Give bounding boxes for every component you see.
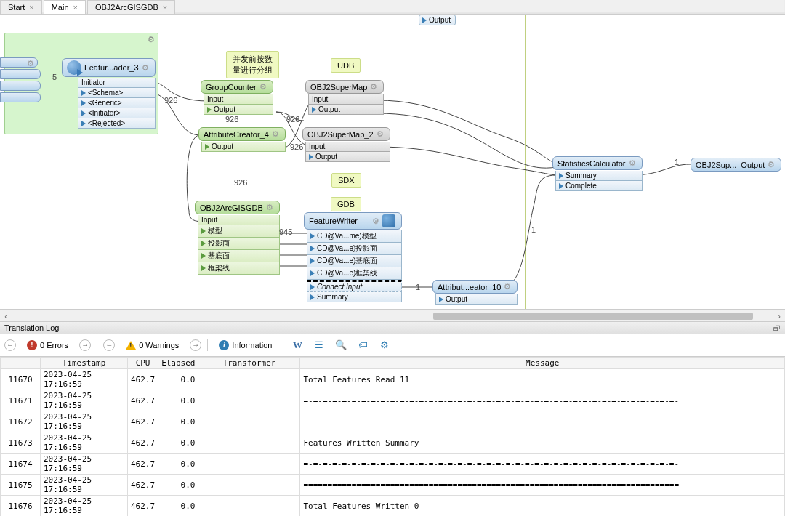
table-row[interactable]: 116702023-04-25 17:16:59462.70.0Total Fe…	[1, 369, 785, 390]
warning-icon	[126, 341, 136, 350]
table-row[interactable]: 116742023-04-25 17:16:59462.70.0=-=-=-=-…	[1, 454, 785, 475]
table-row[interactable]: 116752023-04-25 17:16:59462.70.0========…	[1, 475, 785, 496]
gear-icon[interactable]: ⚙	[504, 282, 511, 291]
feature-count: 926	[164, 96, 177, 105]
log-column-header[interactable]: Transformer	[198, 358, 300, 369]
feature-count: 1	[531, 225, 536, 234]
maximize-icon[interactable]: 🗗	[773, 324, 781, 332]
triangle-icon	[559, 173, 563, 179]
tab-start[interactable]: Start×	[0, 0, 42, 14]
log-column-header[interactable]	[1, 358, 41, 369]
log-table[interactable]: TimestampCPUElapsedTransformerMessage 11…	[0, 357, 785, 516]
triangle-icon	[81, 121, 86, 126]
triangle-icon	[81, 100, 86, 106]
table-row[interactable]: 116732023-04-25 17:16:59462.70.0 Feature…	[1, 432, 785, 454]
feature-count: 1	[416, 283, 420, 291]
annotation-udb[interactable]: UDB	[331, 58, 361, 73]
reader-icon	[67, 60, 81, 75]
obj2supermap-node[interactable]: OBJ2SuperMap⚙ Input Output	[305, 80, 384, 115]
gear-icon[interactable]: ⚙	[142, 63, 149, 73]
triangle-icon	[201, 228, 206, 234]
attributecreator4-node[interactable]: AttributeCreator_4⚙ Output	[198, 127, 286, 152]
triangle-icon	[310, 233, 315, 239]
log-column-header[interactable]: Elapsed	[158, 358, 198, 369]
obj2arcgisgdb-node[interactable]: OBJ2ArcGISGDB⚙ Input 模型 投影面 基底面 框架线	[195, 201, 280, 275]
search-log-button[interactable]: 🔍	[333, 337, 349, 353]
gear-icon[interactable]: ⚙	[629, 158, 636, 168]
close-icon[interactable]: ×	[29, 3, 33, 12]
list-view-button[interactable]: ☰	[311, 337, 327, 353]
close-icon[interactable]: ×	[163, 3, 167, 12]
feature-count: 926	[290, 142, 303, 151]
gear-icon[interactable]: ⚙	[377, 129, 384, 139]
feature-reader-node[interactable]: Featur...ader_3⚙ Initiator <Schema> <Gen…	[62, 58, 156, 129]
info-filter[interactable]: iInformation	[214, 338, 277, 352]
annotation-gdb[interactable]: GDB	[331, 197, 361, 211]
log-column-header[interactable]: Timestamp	[41, 358, 128, 369]
gear-icon[interactable]: ⚙	[259, 82, 267, 92]
prev-warning-button[interactable]: ←	[103, 339, 115, 351]
triangle-icon	[559, 183, 563, 189]
triangle-icon	[310, 294, 315, 300]
annotation-groupby[interactable]: 并发前按数 量进行分组	[226, 51, 279, 78]
table-row[interactable]: 116712023-04-25 17:16:59462.70.0=-=-=-=-…	[1, 390, 785, 411]
feature-count: 1	[675, 158, 679, 166]
triangle-icon	[205, 144, 209, 150]
gear-icon[interactable]: ⚙	[272, 129, 279, 139]
warnings-filter[interactable]: 0 Warnings	[121, 339, 184, 352]
statisticscalculator-node[interactable]: StatisticsCalculator⚙ Summary Complete	[552, 156, 643, 191]
horizontal-scrollbar[interactable]: ‹ ›	[0, 310, 785, 321]
gear-icon[interactable]: ⚙	[370, 82, 377, 92]
log-column-header[interactable]: CPU	[128, 358, 158, 369]
log-toolbar: ← !0 Errors → ← 0 Warnings → iInformatio…	[0, 334, 785, 357]
settings-button[interactable]: ⚙	[377, 337, 392, 353]
gear-icon[interactable]: ⚙	[768, 160, 775, 169]
featurewriter-node[interactable]: FeatureWriter ⚙ CD@Va...me)模型 CD@Va...e)…	[304, 212, 402, 302]
feature-count: 945	[279, 227, 292, 236]
triangle-icon	[201, 253, 206, 259]
log-panel-title: Translation Log 🗗	[0, 321, 785, 334]
log-column-header[interactable]: Message	[300, 358, 785, 369]
scroll-left-icon[interactable]: ‹	[0, 312, 12, 321]
feature-count: 5	[52, 73, 57, 81]
triangle-icon	[81, 110, 86, 116]
triangle-icon	[310, 246, 315, 251]
word-wrap-button[interactable]: W	[289, 337, 305, 353]
gear-icon[interactable]: ⚙	[27, 59, 34, 68]
tab-bar: Start× Main× OBJ2ArcGISGDB×	[0, 0, 785, 15]
info-icon: i	[219, 340, 229, 350]
close-icon[interactable]: ×	[73, 3, 78, 12]
triangle-icon	[201, 265, 206, 271]
attributecreator10-node[interactable]: Attribut...eator_10⚙ Output	[432, 280, 518, 305]
obj2supermap2-node[interactable]: OBJ2SuperMap_2⚙ Input Output	[302, 127, 390, 162]
triangle-icon	[207, 107, 212, 113]
table-row[interactable]: 116722023-04-25 17:16:59462.70.0	[1, 411, 785, 432]
gear-icon[interactable]: ⚙	[372, 217, 379, 226]
next-error-button[interactable]: →	[79, 339, 91, 351]
canvas[interactable]: ⚙ ⚙ Output Featur...ader_3⚙ Initiator <S…	[0, 15, 785, 310]
bookmark-log-button[interactable]: 🏷	[355, 337, 371, 353]
prev-error-button[interactable]: ←	[4, 339, 16, 351]
triangle-icon	[201, 241, 206, 246]
scroll-right-icon[interactable]: ›	[773, 312, 785, 321]
next-warning-button[interactable]: →	[190, 339, 201, 351]
triangle-icon	[422, 17, 427, 23]
groupcounter-node[interactable]: GroupCounter⚙ Input Output	[201, 80, 273, 115]
annotation-sdx[interactable]: SDX	[331, 173, 361, 188]
upstream-stub: ⚙	[0, 57, 41, 104]
output-port-stub: Output	[419, 15, 456, 25]
triangle-icon	[309, 154, 313, 160]
obj2sup-output-node[interactable]: OBJ2Sup..._Output⚙	[691, 158, 781, 172]
feature-count: 926	[234, 178, 247, 187]
database-icon	[382, 214, 395, 227]
tab-main[interactable]: Main×	[44, 0, 86, 14]
triangle-icon	[439, 297, 443, 302]
tab-obj2arcgisgdb[interactable]: OBJ2ArcGISGDB×	[87, 0, 175, 14]
triangle-icon	[81, 90, 86, 96]
gear-icon[interactable]: ⚙	[148, 35, 155, 44]
triangle-icon	[312, 107, 316, 113]
triangle-icon	[310, 258, 315, 264]
errors-filter[interactable]: !0 Errors	[22, 338, 73, 352]
table-row[interactable]: 116762023-04-25 17:16:59462.70.0Total Fe…	[1, 496, 785, 517]
gear-icon[interactable]: ⚙	[266, 203, 273, 212]
